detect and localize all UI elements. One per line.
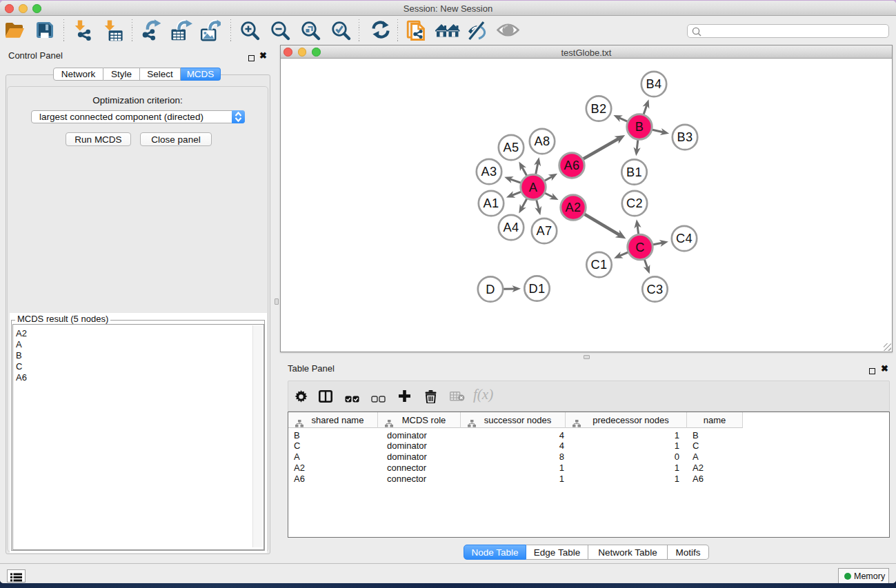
svg-text:A7: A7 xyxy=(537,224,552,238)
svg-text:C: C xyxy=(635,241,644,254)
svg-text:A: A xyxy=(529,181,538,194)
svg-text:D1: D1 xyxy=(529,282,546,296)
svg-text:A6: A6 xyxy=(564,159,580,172)
svg-text:D: D xyxy=(486,283,495,296)
svg-text:B1: B1 xyxy=(626,165,642,179)
svg-text:B4: B4 xyxy=(646,77,662,91)
svg-text:A8: A8 xyxy=(535,134,550,148)
svg-text:C2: C2 xyxy=(626,196,643,210)
svg-text:A1: A1 xyxy=(484,196,499,210)
svg-text:B2: B2 xyxy=(591,102,607,116)
svg-text:B3: B3 xyxy=(677,130,693,144)
svg-text:A2: A2 xyxy=(566,201,581,214)
svg-text:C3: C3 xyxy=(647,283,664,296)
svg-text:A3: A3 xyxy=(481,165,497,179)
svg-text:C4: C4 xyxy=(676,232,693,245)
svg-text:B: B xyxy=(635,120,644,134)
svg-text:A5: A5 xyxy=(504,141,519,154)
svg-text:A4: A4 xyxy=(504,221,519,234)
svg-text:C1: C1 xyxy=(591,258,608,272)
